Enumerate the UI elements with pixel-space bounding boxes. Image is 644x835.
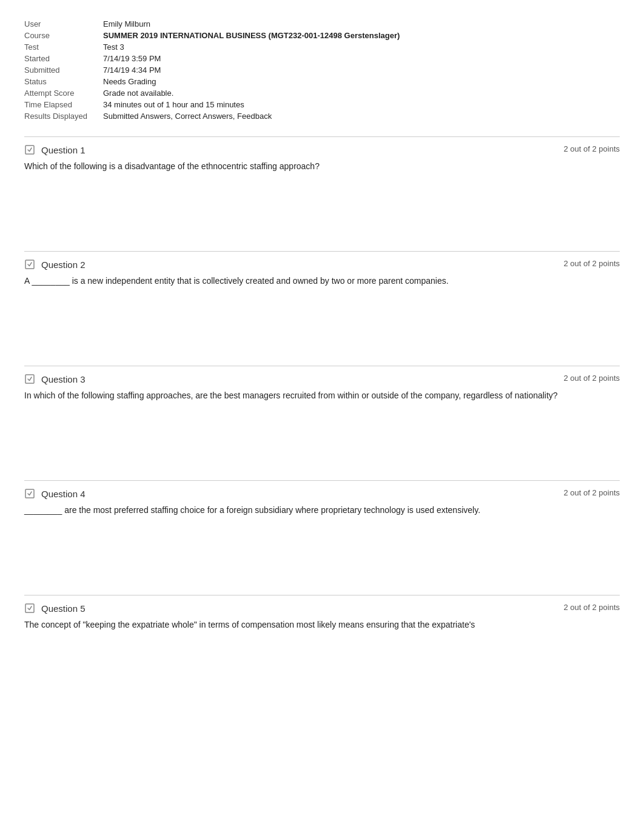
question-points-5: 2 out of 2 points	[563, 603, 620, 612]
question-title-5: Question 5	[41, 603, 563, 614]
question-icon-1	[24, 144, 35, 155]
question-text-5: The concept of "keeping the expatriate w…	[24, 619, 620, 631]
course-label: Course	[24, 30, 103, 41]
started-value: 7/14/19 3:59 PM	[103, 53, 404, 64]
results-displayed-label: Results Displayed	[24, 110, 103, 122]
question-header-row: Question 5 2 out of 2 points	[24, 603, 620, 614]
question-title-1: Question 1	[41, 145, 563, 155]
question-block-4: Question 4 2 out of 2 points ________ ar…	[24, 480, 620, 577]
user-label: User	[24, 18, 103, 30]
submitted-label: Submitted	[24, 64, 103, 76]
question-header-row: Question 4 2 out of 2 points	[24, 488, 620, 499]
question-text-1: Which of the following is a disadvantage…	[24, 160, 620, 173]
attempt-score-value: Grade not available.	[103, 87, 404, 99]
question-block-2: Question 2 2 out of 2 points A ________ …	[24, 251, 620, 347]
user-value: Emily Milburn	[103, 18, 404, 30]
question-header-row: Question 2 2 out of 2 points	[24, 259, 620, 270]
svg-rect-4	[25, 604, 34, 612]
question-icon-3	[24, 374, 35, 384]
info-table: User Emily Milburn Course SUMMER 2019 IN…	[24, 18, 404, 122]
started-label: Started	[24, 53, 103, 64]
question-title-3: Question 3	[41, 374, 563, 384]
status-value: Needs Grading	[103, 76, 404, 87]
question-points-2: 2 out of 2 points	[563, 259, 620, 268]
svg-rect-1	[25, 260, 34, 269]
test-label: Test	[24, 41, 103, 53]
question-text-4: ________ are the most preferred staffing…	[24, 504, 620, 517]
question-content-2: A ________ is a new independent entity t…	[24, 275, 620, 347]
results-displayed-value: Submitted Answers, Correct Answers, Feed…	[103, 110, 404, 122]
question-points-3: 2 out of 2 points	[563, 374, 620, 383]
status-label: Status	[24, 76, 103, 87]
question-points-4: 2 out of 2 points	[563, 488, 620, 497]
question-content-4: ________ are the most preferred staffing…	[24, 504, 620, 577]
question-text-3: In which of the following staffing appro…	[24, 389, 620, 402]
questions-container: Question 1 2 out of 2 points Which of th…	[24, 136, 620, 691]
attempt-score-label: Attempt Score	[24, 87, 103, 99]
course-value: SUMMER 2019 INTERNATIONAL BUSINESS (MGT2…	[103, 30, 404, 41]
svg-rect-2	[25, 375, 34, 383]
question-title-4: Question 4	[41, 489, 563, 499]
question-text-2: A ________ is a new independent entity t…	[24, 275, 620, 287]
time-elapsed-label: Time Elapsed	[24, 99, 103, 110]
question-icon-4	[24, 488, 35, 499]
question-block-5: Question 5 2 out of 2 points The concept…	[24, 595, 620, 691]
question-icon-2	[24, 259, 35, 270]
question-icon-5	[24, 603, 35, 614]
question-content-3: In which of the following staffing appro…	[24, 389, 620, 462]
svg-rect-0	[25, 146, 34, 154]
question-header-row: Question 1 2 out of 2 points	[24, 144, 620, 155]
test-value: Test 3	[103, 41, 404, 53]
question-points-1: 2 out of 2 points	[563, 144, 620, 153]
question-title-2: Question 2	[41, 260, 563, 270]
question-block-3: Question 3 2 out of 2 points In which of…	[24, 366, 620, 462]
question-content-1: Which of the following is a disadvantage…	[24, 160, 620, 233]
question-header-row: Question 3 2 out of 2 points	[24, 374, 620, 384]
submitted-value: 7/14/19 4:34 PM	[103, 64, 404, 76]
svg-rect-3	[25, 489, 34, 498]
question-content-5: The concept of "keeping the expatriate w…	[24, 619, 620, 691]
time-elapsed-value: 34 minutes out of 1 hour and 15 minutes	[103, 99, 404, 110]
question-block-1: Question 1 2 out of 2 points Which of th…	[24, 136, 620, 233]
